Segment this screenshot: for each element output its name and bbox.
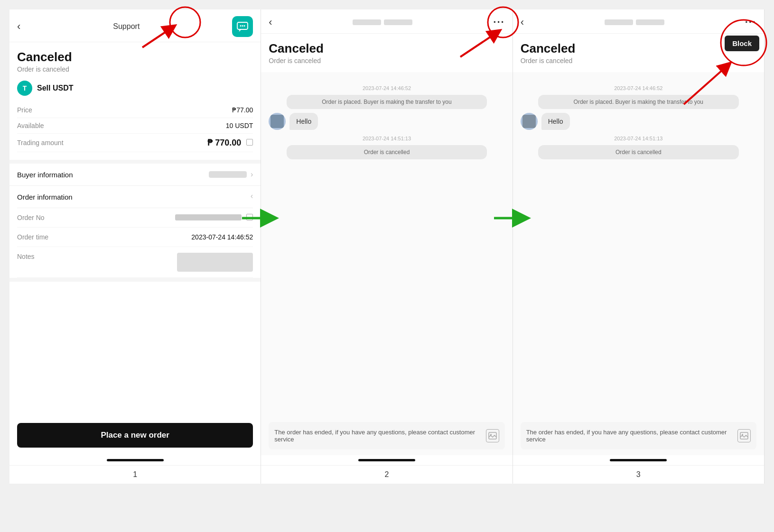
chat-container-2: 2023-07-24 14:46:52 Order is placed. Buy… (261, 72, 512, 455)
order-time-row: Order time 2023-07-24 14:46:52 (17, 228, 253, 247)
order-info-chevron-icon: › (251, 193, 253, 201)
buyer-chevron-icon: › (251, 170, 253, 179)
chat-container-3: 2023-07-24 14:46:52 Order is placed. Buy… (513, 72, 764, 455)
order-detail: T Sell USDT Price ₱77.00 Available 10 US… (9, 81, 261, 164)
system-msg-1: Order is placed. Buyer is making the tra… (287, 95, 487, 109)
image-icon-3[interactable] (737, 429, 751, 442)
image-icon-2[interactable] (486, 429, 499, 442)
chat-ts-1: 2023-07-24 14:46:52 (269, 85, 504, 91)
more-button-3[interactable]: ··· (745, 16, 756, 28)
buyer-name-blurred (209, 171, 247, 178)
copy-trading-icon[interactable] (246, 139, 253, 146)
price-value: ₱77.00 (232, 106, 253, 114)
buyer-info-row[interactable]: Buyer information › (9, 164, 261, 186)
header-2: ‹ ··· (261, 9, 512, 34)
price-row: Price ₱77.00 (17, 102, 253, 118)
more-button-2[interactable]: ··· (493, 16, 504, 28)
user-msg-row-3: Hello (521, 113, 756, 130)
header-name-blurred-3b (636, 19, 664, 25)
header-name-blurred-2b (384, 19, 412, 25)
system-msg-3: Order is placed. Buyer is making the tra… (538, 95, 739, 109)
header-1: ‹ Support (9, 9, 261, 42)
status-title-1: Canceled (17, 50, 253, 64)
order-no-blurred (175, 214, 242, 220)
chat-end-notice-3: The order has ended, if you have any que… (521, 422, 756, 449)
home-indicator-1 (107, 459, 164, 461)
status-subtitle-3: Order is canceled (521, 57, 756, 64)
order-no-row: Order No (17, 208, 253, 228)
chat-ts-2: 2023-07-24 14:51:13 (269, 136, 504, 141)
coin-avatar: T (17, 81, 32, 96)
user-msg-row-1: Hello (269, 113, 504, 130)
page-number-1: 1 (9, 465, 261, 484)
status-title-3: Canceled (521, 41, 756, 56)
support-title: Support (113, 22, 140, 31)
page-number-2: 2 (261, 465, 512, 484)
price-label: Price (17, 106, 32, 114)
available-value: 10 USDT (226, 122, 253, 129)
user-bubble-3: Hello (541, 113, 570, 130)
user-bubble-1: Hello (289, 113, 318, 130)
header-3: ‹ ··· (513, 9, 764, 34)
home-indicator-3 (610, 459, 667, 461)
chat-ts-4: 2023-07-24 14:51:13 (521, 136, 756, 141)
svg-point-3 (244, 25, 245, 27)
status-section-1: Canceled Order is canceled (9, 42, 261, 81)
block-popup[interactable]: Block (725, 36, 759, 51)
trading-label: Trading amount (17, 139, 64, 147)
home-indicator-2 (358, 459, 415, 461)
trading-value: ₱ 770.00 (207, 138, 253, 148)
order-info-section: Order information › Order No Order time … (9, 186, 261, 282)
svg-point-2 (242, 25, 243, 27)
place-new-order-button[interactable]: Place a new order (17, 423, 253, 448)
back-button-2[interactable]: ‹ (269, 16, 272, 28)
system-msg-2: Order is cancelled (287, 145, 487, 159)
chat-messages-2: 2023-07-24 14:46:52 Order is placed. Buy… (261, 72, 512, 416)
chat-messages-3: 2023-07-24 14:46:52 Order is placed. Buy… (513, 72, 764, 416)
status-subtitle-2: Order is canceled (269, 57, 504, 64)
buyer-info-label: Buyer information (17, 171, 73, 179)
svg-point-1 (240, 25, 242, 27)
back-button-1[interactable]: ‹ (17, 20, 20, 33)
notes-label: Notes (17, 253, 35, 260)
header-name-blurred-2 (353, 19, 381, 25)
chat-ts-3: 2023-07-24 14:46:52 (521, 85, 756, 91)
status-title-2: Canceled (269, 41, 504, 56)
page-number-3: 3 (513, 465, 764, 484)
order-type: Sell USDT (37, 84, 73, 92)
header-name-blurred-3 (605, 19, 633, 25)
status-section-2: Canceled Order is canceled (261, 34, 512, 72)
screen-3: ‹ ··· Block Canceled Order is canceled 2… (513, 9, 765, 484)
screen-2: ‹ ··· Canceled Order is canceled 2023-07… (261, 9, 513, 484)
notes-blurred (177, 253, 253, 272)
status-subtitle-1: Order is canceled (17, 65, 253, 73)
user-avatar-3 (521, 113, 538, 130)
chat-button[interactable] (232, 16, 253, 37)
notes-row: Notes (17, 247, 253, 278)
chat-end-notice-2: The order has ended, if you have any que… (269, 422, 504, 449)
order-info-label: Order information (17, 193, 73, 201)
order-time-label: Order time (17, 233, 48, 241)
screen-1: ‹ Support Canceled Order is canceled (9, 9, 261, 484)
order-time-value: 2023-07-24 14:46:52 (191, 233, 253, 241)
order-info-header[interactable]: Order information › (17, 186, 253, 208)
available-row: Available 10 USDT (17, 118, 253, 134)
trading-row: Trading amount ₱ 770.00 (17, 134, 253, 152)
user-avatar-2 (269, 113, 286, 130)
system-msg-4: Order is cancelled (538, 145, 739, 159)
copy-order-no-icon[interactable] (246, 214, 253, 220)
back-button-3[interactable]: ‹ (521, 16, 524, 28)
order-no-label: Order No (17, 214, 45, 221)
available-label: Available (17, 122, 44, 129)
